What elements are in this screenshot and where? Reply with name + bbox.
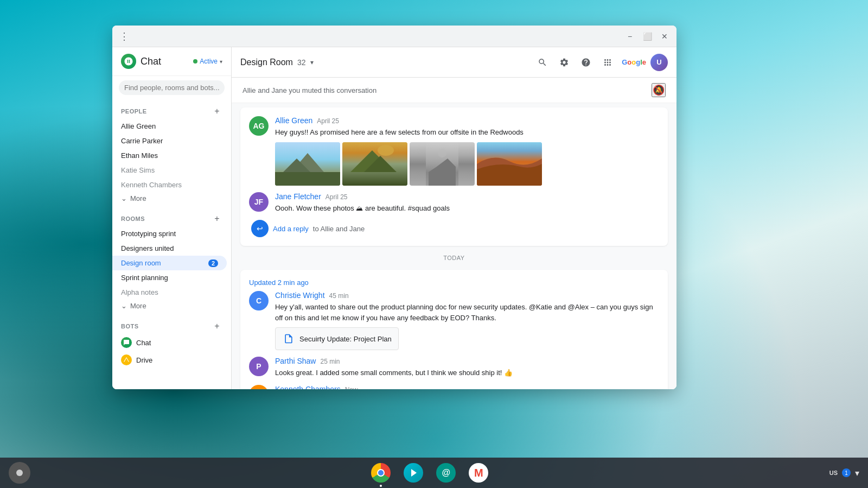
christie-author: Christie Wright xyxy=(275,291,325,300)
chevron-down-icon: ⌄ xyxy=(121,194,127,202)
app-body: Chat Active ▾ PEOPLE + Allie Green xyxy=(112,47,676,389)
google-logo-text: Google xyxy=(622,58,646,66)
active-status[interactable]: Active ▾ xyxy=(193,58,222,65)
christie-message-content: Christie Wright 45 min Hey y'all, wanted… xyxy=(275,291,659,350)
allie-text: Hey guys!! As promised here are a few se… xyxy=(275,127,659,138)
photo-2[interactable] xyxy=(342,142,407,186)
reply-button[interactable]: ↩ xyxy=(251,220,269,237)
kenneth-author: Kenneth Chambers xyxy=(275,385,341,390)
sidebar-search-container xyxy=(112,76,231,99)
add-reply-link[interactable]: Add a reply xyxy=(273,225,309,233)
message-row-allie: AG Allie Green April 25 Hey guys!! As pr… xyxy=(249,116,659,186)
sidebar-item-sprint-planning[interactable]: Sprint planning xyxy=(112,270,227,285)
maximize-button[interactable]: ⬜ xyxy=(640,29,655,44)
search-input[interactable] xyxy=(119,80,225,95)
apps-button[interactable] xyxy=(598,53,617,72)
sidebar-item-kenneth-chambers[interactable]: Kenneth Chambers xyxy=(112,178,227,192)
taskbar: @ M US 1 ▾ xyxy=(0,458,868,488)
allie-time: April 25 xyxy=(317,117,339,125)
today-messages-group: Updated 2 min ago C Christie Wright 45 m… xyxy=(240,270,668,389)
people-more-button[interactable]: ⌄ More xyxy=(112,192,227,205)
photo-3[interactable] xyxy=(410,142,475,186)
sidebar-item-carrie-parker[interactable]: Carrie Parker xyxy=(112,134,227,148)
christie-time: 45 min xyxy=(329,292,349,300)
title-bar: ⋮ − ⬜ ✕ xyxy=(112,26,676,47)
rooms-section: ROOMS + Prototyping sprint Designers uni… xyxy=(112,207,231,314)
room-member-count: 32 xyxy=(297,58,306,67)
chat-taskbar-icon: @ xyxy=(436,463,456,483)
search-button[interactable] xyxy=(533,53,552,72)
sidebar-item-designers-united[interactable]: Designers united xyxy=(112,241,227,256)
add-room-button[interactable]: + xyxy=(212,213,222,224)
allie-green-name: Allie Green xyxy=(121,122,156,130)
settings-button[interactable] xyxy=(554,53,574,72)
design-room-badge: 2 xyxy=(208,259,218,267)
muted-banner: Allie and Jane you muted this conversati… xyxy=(232,78,676,103)
jane-text: Oooh. Wow these photos ⛰ are beautiful. … xyxy=(275,203,659,214)
window-menu-button[interactable]: ⋮ xyxy=(117,29,132,44)
people-section-header: PEOPLE + xyxy=(112,104,231,119)
minimize-button[interactable]: − xyxy=(622,29,637,44)
allie-message-header: Allie Green April 25 xyxy=(275,116,659,125)
rooms-more-button[interactable]: ⌄ More xyxy=(112,300,227,312)
designers-united-name: Designers united xyxy=(121,244,174,252)
past-messages-group: AG Allie Green April 25 Hey guys!! As pr… xyxy=(240,107,668,246)
close-button[interactable]: ✕ xyxy=(657,29,672,44)
locale-indicator: US xyxy=(829,470,838,476)
katie-sims-name: Katie Sims xyxy=(121,166,155,174)
people-more-label: More xyxy=(130,194,146,202)
photo-1[interactable] xyxy=(275,142,340,186)
sidebar-item-alpha-notes[interactable]: Alpha notes xyxy=(112,285,227,300)
sidebar-item-design-room[interactable]: Design room 2 xyxy=(112,256,227,270)
rooms-more-label: More xyxy=(130,302,146,310)
sidebar-item-drive-bot[interactable]: Drive xyxy=(112,351,227,369)
rooms-label: ROOMS xyxy=(121,216,145,222)
home-dot-icon xyxy=(16,470,23,476)
taskbar-left xyxy=(9,462,30,484)
people-section: PEOPLE + Allie Green Carrie Parker Ethan… xyxy=(112,99,231,207)
sidebar-item-allie-green[interactable]: Allie Green xyxy=(112,119,227,134)
chrome-app[interactable] xyxy=(369,461,393,485)
jane-message-content: Jane Fletcher April 25 Oooh. Wow these p… xyxy=(275,192,659,214)
file-attachment[interactable]: Secuirty Update: Project Plan xyxy=(275,327,399,350)
add-bot-button[interactable]: + xyxy=(212,321,222,332)
photo-4[interactable] xyxy=(477,142,542,186)
window-controls: − ⬜ ✕ xyxy=(622,29,672,44)
sidebar-item-ethan-miles[interactable]: Ethan Miles xyxy=(112,148,227,163)
unmute-button[interactable]: 🔕 xyxy=(652,83,666,97)
chat-taskbar-app[interactable]: @ xyxy=(434,461,458,485)
christie-avatar: C xyxy=(249,291,269,310)
alpha-notes-name: Alpha notes xyxy=(121,288,158,296)
reply-row: ↩ Add a reply to Allie and Jane xyxy=(249,220,659,237)
play-store-icon xyxy=(404,463,423,483)
play-store-app[interactable] xyxy=(401,461,425,485)
gmail-app[interactable]: M xyxy=(467,461,490,485)
design-room-name: Design room xyxy=(121,259,161,267)
message-row-christie: C Christie Wright 45 min Hey y'all, want… xyxy=(249,291,659,350)
header-actions: Google U xyxy=(533,53,668,72)
drive-bot-icon xyxy=(121,354,132,365)
sidebar-item-prototyping-sprint[interactable]: Prototyping sprint xyxy=(112,226,227,241)
kenneth-time: Now xyxy=(345,386,358,390)
room-title: Design Room xyxy=(240,58,293,67)
user-avatar[interactable]: U xyxy=(650,54,668,71)
room-chevron-icon[interactable]: ▾ xyxy=(310,59,314,66)
home-button[interactable] xyxy=(9,462,30,484)
bots-section: BOTS + Chat Drive xyxy=(112,314,231,371)
kenneth-chambers-name: Kenneth Chambers xyxy=(121,181,182,189)
chrome-icon xyxy=(371,463,391,483)
parthi-message-header: Parthi Shaw 25 min xyxy=(275,357,659,365)
allie-author: Allie Green xyxy=(275,116,312,125)
allie-message-content: Allie Green April 25 Hey guys!! As promi… xyxy=(275,116,659,186)
muted-description: you muted this conversation xyxy=(289,86,376,94)
sidebar-item-chat-bot[interactable]: Chat xyxy=(112,334,227,351)
help-button[interactable] xyxy=(576,53,596,72)
gmail-icon: M xyxy=(469,463,488,483)
drive-bot-name: Drive xyxy=(136,356,152,364)
taskbar-right: US 1 ▾ xyxy=(829,468,859,478)
active-chevron-icon: ▾ xyxy=(220,59,222,65)
svg-point-5 xyxy=(378,145,394,156)
sidebar-item-katie-sims[interactable]: Katie Sims xyxy=(112,163,227,178)
jane-time: April 25 xyxy=(326,193,348,201)
add-person-button[interactable]: + xyxy=(212,106,222,117)
